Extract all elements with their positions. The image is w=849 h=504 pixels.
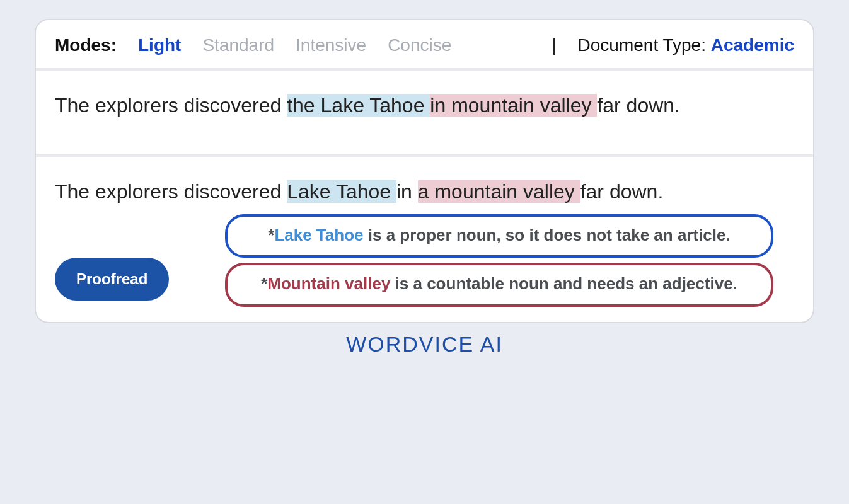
- separator: |: [552, 35, 556, 55]
- callout-blue-star: *: [268, 226, 274, 244]
- corrected-mid: in: [396, 180, 418, 203]
- corrected-prefix: The explorers discovered: [55, 180, 287, 203]
- modes-bar: Modes: Light Standard Intensive Concise …: [36, 20, 813, 71]
- doc-type-label: Document Type:: [578, 35, 711, 55]
- callout-red-term: Mountain valley: [267, 274, 390, 293]
- original-text-panel[interactable]: The explorers discovered the Lake Tahoe …: [36, 71, 813, 157]
- brand-logo: WORDVICE AI: [35, 332, 814, 357]
- original-suffix: far down.: [597, 94, 680, 117]
- doc-type-group: | Document Type: Academic: [548, 35, 794, 55]
- original-highlight-pink[interactable]: in mountain valley: [430, 94, 597, 117]
- mode-intensive[interactable]: Intensive: [296, 35, 366, 55]
- corrected-suffix: far down.: [580, 180, 664, 203]
- callout-blue: *Lake Tahoe is a proper noun, so it does…: [225, 214, 773, 258]
- corrected-sentence: The explorers discovered Lake Tahoe in a…: [55, 176, 794, 208]
- modes-label: Modes:: [55, 35, 117, 55]
- callouts: *Lake Tahoe is a proper noun, so it does…: [225, 214, 773, 306]
- original-prefix: The explorers discovered: [55, 94, 287, 117]
- mode-standard[interactable]: Standard: [202, 35, 274, 55]
- doc-type-value: Academic: [711, 35, 794, 55]
- callout-red: *Mountain valley is a countable noun and…: [225, 263, 773, 306]
- callout-blue-rest: is a proper noun, so it does not take an…: [364, 226, 731, 244]
- corrected-highlight-pink[interactable]: a mountain valley: [418, 180, 580, 203]
- callout-red-rest: is a countable noun and needs an adjecti…: [390, 274, 737, 293]
- callout-red-star: *: [261, 274, 267, 293]
- mode-concise[interactable]: Concise: [388, 35, 451, 55]
- mode-light[interactable]: Light: [138, 35, 181, 55]
- corrected-text-panel: The explorers discovered Lake Tahoe in a…: [36, 157, 813, 321]
- corrected-highlight-blue[interactable]: Lake Tahoe: [287, 180, 396, 203]
- original-highlight-blue[interactable]: the Lake Tahoe: [287, 94, 430, 117]
- doc-type[interactable]: Document Type: Academic: [578, 35, 794, 55]
- callout-blue-term: Lake Tahoe: [274, 226, 363, 244]
- proofread-button[interactable]: Proofread: [55, 258, 169, 301]
- editor-card: Modes: Light Standard Intensive Concise …: [35, 19, 814, 323]
